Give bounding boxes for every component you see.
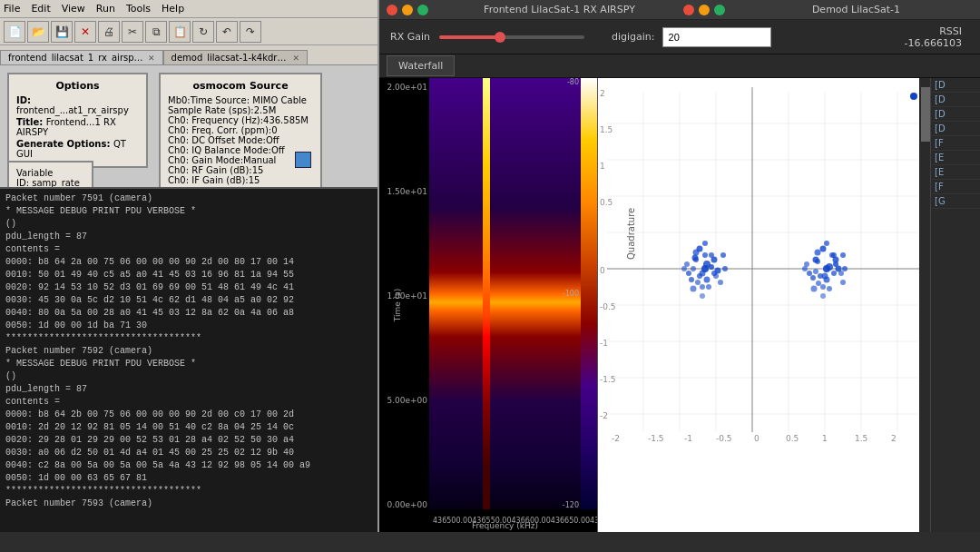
right-list-item[interactable]: [E [931,151,980,165]
tab-demod[interactable]: demod_lilacsat-1-k4kdr_test_co ✕ [163,50,309,64]
svg-point-62 [700,293,705,299]
color-label-2: -120 [563,501,579,509]
freq-label: Frequency (kHz) [429,521,581,530]
right-list-item[interactable]: [D [931,122,980,136]
toolbar-redo[interactable]: ↷ [240,21,261,43]
close-demod[interactable] [683,5,694,15]
svg-text:-0.5: -0.5 [600,302,616,311]
toolbar-rotate[interactable]: ↻ [192,21,214,43]
yaxis-label-0: 2.00e+01 [387,83,427,92]
svg-point-56 [706,284,711,290]
block-variable[interactable]: Variable ID: samp_rate Value: 250k [7,161,93,187]
console-line: 0010: 50 01 49 40 c5 a5 a0 41 45 03 16 9… [5,269,372,281]
digigain-label: digigain: [612,31,655,43]
menu-file[interactable]: File [4,3,20,15]
menu-view[interactable]: View [62,3,85,15]
svg-point-59 [684,261,690,267]
rssi-label: RSSI [905,25,962,37]
constellation-svg: -2 -1.5 -1 -0.5 0 0.5 1 1.5 2 2 1.5 1 0.… [598,78,919,532]
tab-frontend-close[interactable]: ✕ [148,54,155,63]
toolbar-cut[interactable]: ✂ [122,21,143,43]
console-line: () [5,218,372,231]
toolbar-paste[interactable]: 📋 [169,21,191,43]
yaxis-label-4: 0.00e+00 [387,500,427,509]
console-line: * MESSAGE DEBUG PRINT PDU VERBOSE * [5,205,372,218]
svg-point-53 [689,277,694,282]
block-osmocom[interactable]: osmocom Source Mb0:Time Source: MIMO Cab… [159,73,322,187]
console-line: 0030: 45 30 0a 5c d2 10 51 4c 62 d1 48 0… [5,294,372,307]
constellation: -2 -1.5 -1 -0.5 0 0.5 1 1.5 2 2 1.5 1 0.… [597,78,919,532]
menu-tools[interactable]: Tools [126,3,151,15]
svg-point-50 [692,255,699,261]
console-line: 0040: 80 0a 5a 00 28 a0 41 45 03 12 8a 6… [5,307,372,320]
right-panel: Frontend LilacSat-1 RX AIRSPY Demod Lila… [379,0,980,532]
svg-point-60 [693,250,700,256]
right-list-item[interactable]: [F [931,180,980,194]
frontend-title: Frontend LilacSat-1 RX AIRSPY [443,4,676,15]
toolbar-close[interactable]: ✕ [74,21,96,43]
flowgraph[interactable]: Options ID: frontend_...at1_rx_airspy Ti… [0,65,377,187]
svg-point-47 [704,277,710,283]
rx-gain-slider[interactable] [439,35,584,39]
waterfall-yaxis: 2.00e+01 1.50e+01 1.00e+01 5.00e+00 0.00… [379,78,429,532]
svg-point-93 [811,286,818,292]
menu-help[interactable]: Help [162,3,184,15]
toolbar-print[interactable]: 🖨 [98,21,120,43]
tab-frontend[interactable]: frontend_lilacsat_1_rx_airspy-k4kdr ✕ [0,50,163,64]
min-btn[interactable] [402,5,413,15]
svg-text:-1: -1 [684,434,692,443]
svg-text:1: 1 [600,162,605,171]
svg-point-85 [824,241,829,246]
svg-point-86 [827,286,832,291]
rx-gain-thumb [495,32,505,43]
toolbar-open[interactable]: 📂 [27,21,49,43]
close-btn[interactable] [387,5,397,15]
colorbar-labels: -80 -100 -120 [563,78,579,509]
right-scrollbar[interactable] [919,78,930,532]
right-list-item[interactable]: [D [931,107,980,122]
right-list-item[interactable]: [E [931,165,980,180]
right-list-item[interactable]: [D [931,93,980,107]
svg-point-82 [820,284,826,290]
max-demod[interactable] [714,5,725,15]
toolbar-new[interactable]: 📄 [4,21,25,43]
rx-gain-slider-container [439,35,584,39]
svg-point-67 [681,266,687,271]
right-list-item[interactable]: [D [931,78,980,93]
digigain-section: digigain: [612,27,771,47]
sdr-tab-bar: Waterfall [379,54,980,78]
svg-text:Quadrature: Quadrature [626,208,636,260]
svg-point-92 [820,293,826,299]
demod-title: Demod LilacSat-1 [740,4,973,15]
toolbar-undo[interactable]: ↶ [216,21,238,43]
console-line: ************************************ [5,332,372,345]
toolbar-copy[interactable]: ⧉ [145,21,167,43]
block-options[interactable]: Options ID: frontend_...at1_rx_airspy Ti… [7,73,148,168]
tab-demod-close[interactable]: ✕ [293,54,300,63]
console[interactable]: Packet number 7591 (camera)* MESSAGE DEB… [0,187,377,532]
console-line: 0020: 29 28 01 29 29 00 52 53 01 28 a4 0… [5,434,372,447]
right-list-item[interactable]: [G [931,194,980,209]
console-line: contents = [5,396,372,409]
toolbar: 📄 📂 💾 ✕ 🖨 ✂ ⧉ 📋 ↻ ↶ ↷ [0,18,377,45]
console-line: Packet number 7591 (camera) [5,192,372,205]
menu-edit[interactable]: Edit [31,3,50,15]
svg-point-45 [709,264,714,270]
digigain-input[interactable] [662,27,771,47]
console-line: 0030: a0 06 d2 50 01 4d a4 01 45 00 25 2… [5,447,372,459]
svg-text:0.5: 0.5 [786,434,799,443]
waterfall-stripe [483,78,490,509]
max-btn[interactable] [417,5,428,15]
min-demod[interactable] [699,5,710,15]
toolbar-save[interactable]: 💾 [51,21,73,43]
svg-text:1: 1 [822,434,828,443]
scrollbar-thumb[interactable] [921,87,930,142]
menu-run[interactable]: Run [96,3,115,15]
right-list-item[interactable]: [F [931,136,980,151]
yaxis-label-1: 1.50e+01 [387,187,427,196]
console-line: 0000: b8 64 2a 00 75 06 00 00 00 90 2d 0… [5,256,372,269]
svg-point-98 [840,252,846,258]
svg-point-80 [813,257,819,263]
svg-point-90 [815,250,821,256]
tab-waterfall[interactable]: Waterfall [387,55,455,76]
